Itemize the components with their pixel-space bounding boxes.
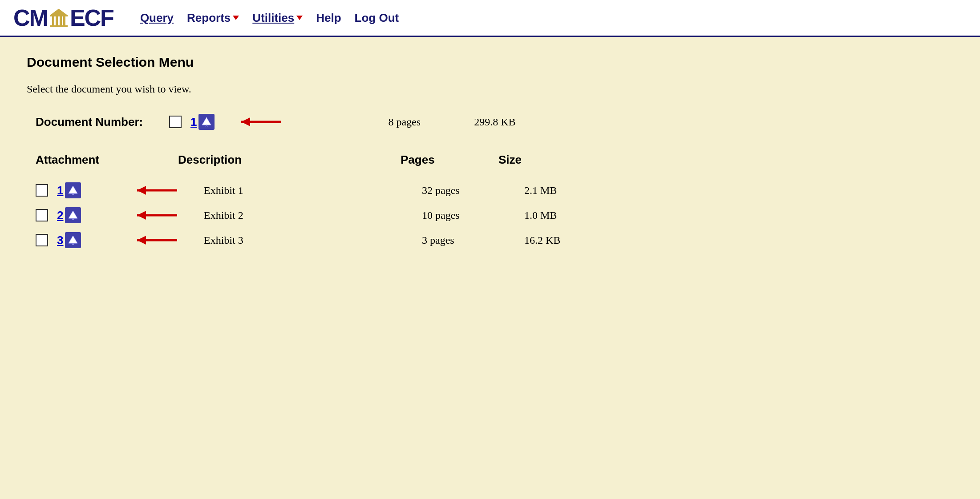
- attachment-pdf-icon-2[interactable]: A: [65, 207, 81, 223]
- page-title: Document Selection Menu: [27, 55, 953, 70]
- nav-utilities-container[interactable]: Utilities: [252, 11, 303, 25]
- attachment-arrow-2: [133, 206, 186, 224]
- attachment-arrow-1: [133, 181, 186, 199]
- svg-rect-5: [50, 25, 68, 27]
- table-row: 3 A Exhibit 3 3 pages 16.2 KB: [27, 228, 953, 253]
- attachment-description-3: Exhibit 3: [204, 234, 417, 246]
- document-number-row: Document Number: 1 A 8 pages 299.8 KB: [27, 113, 953, 131]
- nav-utilities[interactable]: Utilities: [252, 11, 294, 25]
- svg-marker-18: [137, 211, 146, 220]
- svg-rect-2: [56, 16, 58, 25]
- logo: CM ECF: [13, 4, 113, 31]
- courthouse-icon: [48, 7, 70, 29]
- attachment-link-group-2: 2 A: [57, 207, 128, 223]
- svg-rect-1: [52, 16, 54, 25]
- attachment-checkbox-1[interactable]: [36, 184, 48, 197]
- attachment-pdf-icon-3[interactable]: A: [65, 232, 81, 248]
- document-checkbox[interactable]: [169, 116, 182, 128]
- nav-logout[interactable]: Log Out: [355, 11, 399, 25]
- svg-marker-22: [137, 236, 146, 245]
- attachment-link-group-3: 3 A: [57, 232, 128, 248]
- svg-marker-14: [137, 186, 146, 195]
- document-pages: 8 pages: [388, 116, 421, 128]
- document-link-group: 1 A: [190, 114, 215, 130]
- utilities-dropdown-arrow: [296, 16, 303, 20]
- col-header-description: Description: [178, 153, 401, 167]
- col-header-pages: Pages: [401, 153, 498, 167]
- svg-rect-4: [63, 16, 65, 25]
- attachment-link-1[interactable]: 1: [57, 184, 63, 197]
- attachment-pages-3: 3 pages: [422, 234, 520, 246]
- attachment-pages-2: 10 pages: [422, 209, 520, 221]
- reports-dropdown-arrow: [233, 16, 239, 20]
- table-row: 1 A Exhibit 1 32 pages 2.1 MB: [27, 178, 953, 203]
- svg-rect-3: [60, 16, 62, 25]
- table-row: 2 A Exhibit 2 10 pages 1.0 MB: [27, 203, 953, 228]
- attachment-size-3: 16.2 KB: [524, 234, 560, 246]
- svg-text:A: A: [72, 242, 74, 245]
- svg-marker-10: [241, 117, 250, 126]
- svg-rect-6: [50, 15, 68, 16]
- attachment-link-3[interactable]: 3: [57, 233, 63, 247]
- document-red-arrow: [237, 113, 290, 131]
- svg-text:A: A: [206, 124, 208, 127]
- nav-help[interactable]: Help: [316, 11, 341, 25]
- col-header-attachment: Attachment: [36, 153, 178, 167]
- attachment-pages-1: 32 pages: [422, 185, 520, 197]
- attachment-checkbox-2[interactable]: [36, 209, 48, 221]
- attachment-description-2: Exhibit 2: [204, 209, 417, 221]
- attachment-link-2[interactable]: 2: [57, 209, 63, 222]
- attachment-description-1: Exhibit 1: [204, 185, 417, 197]
- svg-marker-0: [50, 9, 68, 16]
- document-link[interactable]: 1: [190, 115, 197, 129]
- logo-cm: CM: [13, 4, 48, 31]
- svg-text:A: A: [72, 217, 74, 221]
- document-size: 299.8 KB: [474, 116, 515, 128]
- svg-text:A: A: [72, 193, 74, 196]
- subtitle: Select the document you wish to view.: [27, 83, 953, 95]
- nav: Query Reports Utilities Help Log Out: [140, 11, 399, 25]
- attachment-link-group-1: 1 A: [57, 182, 128, 198]
- nav-reports-container[interactable]: Reports: [187, 11, 239, 25]
- nav-reports[interactable]: Reports: [187, 11, 231, 25]
- col-header-size: Size: [498, 153, 522, 167]
- attachment-size-2: 1.0 MB: [524, 209, 557, 221]
- attachments-header-row: Attachment Description Pages Size: [27, 149, 953, 171]
- attachment-checkbox-3[interactable]: [36, 234, 48, 246]
- header: CM ECF Query Reports: [0, 0, 980, 37]
- attachment-pdf-icon-1[interactable]: A: [65, 182, 81, 198]
- logo-ecf: ECF: [70, 4, 113, 31]
- attachment-size-1: 2.1 MB: [524, 185, 557, 197]
- attachment-arrow-3: [133, 231, 186, 249]
- nav-query[interactable]: Query: [140, 11, 174, 25]
- attachments-section: Attachment Description Pages Size 1 A: [27, 149, 953, 253]
- document-number-label: Document Number:: [36, 115, 160, 129]
- main-content: Document Selection Menu Select the docum…: [0, 37, 980, 496]
- document-pdf-icon[interactable]: A: [198, 114, 215, 130]
